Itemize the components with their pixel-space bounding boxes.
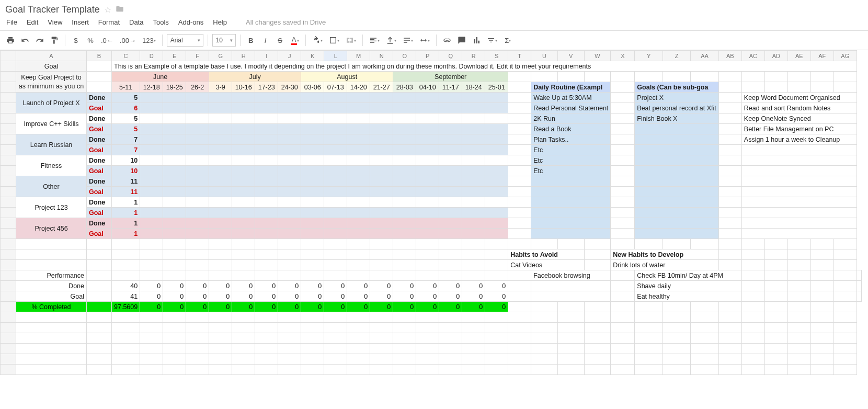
row-value[interactable]: 7 bbox=[112, 145, 140, 155]
side-goal-item[interactable] bbox=[635, 145, 718, 155]
row-value[interactable]: 1 bbox=[112, 208, 140, 218]
month-june[interactable]: June bbox=[112, 72, 209, 82]
row-label[interactable]: Done bbox=[87, 197, 112, 208]
row-value[interactable]: 6 bbox=[112, 103, 140, 113]
row-label[interactable]: Done bbox=[87, 155, 112, 166]
routine-item[interactable]: Etc bbox=[531, 145, 611, 155]
goal-name[interactable]: Other bbox=[16, 176, 87, 197]
merge-cells-icon[interactable] bbox=[344, 33, 358, 48]
month-july[interactable]: July bbox=[209, 72, 301, 82]
col-header-Q[interactable]: Q bbox=[439, 51, 462, 61]
org-item[interactable] bbox=[741, 166, 856, 176]
week-11-17[interactable]: 11-17 bbox=[439, 82, 462, 93]
org-item[interactable]: Better File Management on PC bbox=[741, 124, 856, 134]
percent-completed-label[interactable]: % Completed bbox=[16, 302, 87, 312]
col-header-K[interactable]: K bbox=[301, 51, 324, 61]
routine-item[interactable]: Read Personal Statement bbox=[531, 103, 611, 113]
row-label[interactable]: Goal bbox=[87, 208, 112, 218]
side-goal-item[interactable]: Project X bbox=[635, 93, 718, 103]
row-value[interactable]: 1 bbox=[112, 229, 140, 239]
org-item[interactable] bbox=[741, 218, 856, 229]
week-5-11[interactable]: 5-11 bbox=[112, 82, 140, 93]
habit-new-item[interactable]: Shave daily bbox=[635, 281, 741, 291]
routine-item[interactable] bbox=[531, 176, 611, 187]
row-value[interactable]: 11 bbox=[112, 176, 140, 187]
week-28-03[interactable]: 28-03 bbox=[393, 82, 416, 93]
col-header-AG[interactable]: AG bbox=[833, 51, 856, 61]
side-goal-item[interactable] bbox=[635, 176, 718, 187]
month-august[interactable]: August bbox=[301, 72, 393, 82]
col-header-C[interactable]: C bbox=[112, 51, 140, 61]
text-color-icon[interactable]: A bbox=[289, 33, 302, 48]
routine-item[interactable]: Plan Tasks.. bbox=[531, 134, 611, 145]
col-header-O[interactable]: O bbox=[393, 51, 416, 61]
goal-subtitle[interactable]: Keep Goal Project to as minimum as you c… bbox=[16, 72, 87, 93]
row-label[interactable]: Goal bbox=[87, 166, 112, 176]
menu-add-ons[interactable]: Add-ons bbox=[178, 18, 203, 26]
paint-format-icon[interactable] bbox=[48, 33, 61, 48]
goal-name[interactable]: Launch of Project X bbox=[16, 93, 87, 113]
star-icon[interactable]: ☆ bbox=[104, 5, 111, 15]
menu-insert[interactable]: Insert bbox=[72, 18, 89, 26]
col-header-B[interactable]: B bbox=[87, 51, 112, 61]
col-header-M[interactable]: M bbox=[347, 51, 370, 61]
col-header-L[interactable]: L bbox=[324, 51, 347, 61]
habit-new-item[interactable]: Eat healthy bbox=[635, 291, 741, 302]
daily-routine-header[interactable]: Daily Routine (Exampl bbox=[531, 82, 611, 93]
routine-item[interactable] bbox=[531, 197, 611, 208]
italic-icon[interactable]: I bbox=[259, 33, 272, 48]
org-item[interactable] bbox=[741, 208, 856, 218]
col-header-V[interactable]: V bbox=[557, 51, 584, 61]
row-label[interactable]: Done bbox=[87, 93, 112, 103]
col-header-S[interactable]: S bbox=[485, 51, 508, 61]
habit-new-item[interactable]: Drink lots of water bbox=[611, 260, 718, 270]
col-header-X[interactable]: X bbox=[611, 51, 635, 61]
side-goal-item[interactable] bbox=[635, 218, 718, 229]
row-value[interactable]: 5 bbox=[112, 124, 140, 134]
side-goal-item[interactable]: Finish Book X bbox=[635, 113, 718, 124]
menu-help[interactable]: Help bbox=[213, 18, 227, 26]
borders-icon[interactable] bbox=[327, 33, 341, 48]
week-14-20[interactable]: 14-20 bbox=[347, 82, 370, 93]
routine-item[interactable] bbox=[531, 218, 611, 229]
row-label[interactable]: Goal bbox=[87, 103, 112, 113]
week-12-18[interactable]: 12-18 bbox=[140, 82, 163, 93]
performance-label[interactable]: Performance bbox=[16, 270, 87, 281]
org-item[interactable]: Keep Word Document Organised bbox=[741, 93, 856, 103]
week-25-01[interactable]: 25-01 bbox=[485, 82, 508, 93]
row-label[interactable]: Done bbox=[87, 218, 112, 229]
menu-data[interactable]: Data bbox=[129, 18, 143, 26]
routine-item[interactable] bbox=[531, 208, 611, 218]
col-header-AF[interactable]: AF bbox=[810, 51, 833, 61]
week-04-10[interactable]: 04-10 bbox=[416, 82, 439, 93]
row-value[interactable]: 10 bbox=[112, 155, 140, 166]
week-17-23[interactable]: 17-23 bbox=[255, 82, 278, 93]
routine-item[interactable] bbox=[531, 229, 611, 239]
description-text[interactable]: This is an Example of a template base I … bbox=[112, 61, 857, 72]
col-header-D[interactable]: D bbox=[140, 51, 163, 61]
format-percent-icon[interactable]: % bbox=[84, 33, 97, 48]
col-header-W[interactable]: W bbox=[584, 51, 611, 61]
menu-view[interactable]: View bbox=[48, 18, 62, 26]
week-19-25[interactable]: 19-25 bbox=[163, 82, 186, 93]
redo-icon[interactable] bbox=[33, 33, 46, 48]
org-item[interactable] bbox=[741, 176, 856, 187]
week-10-16[interactable]: 10-16 bbox=[232, 82, 255, 93]
goal-name[interactable]: Learn Russian bbox=[16, 134, 87, 155]
more-formats-dropdown[interactable]: 123 bbox=[140, 33, 158, 48]
row-label[interactable]: Done bbox=[87, 176, 112, 187]
undo-icon[interactable] bbox=[19, 33, 31, 48]
goal-name[interactable]: Improve C++ Skills bbox=[16, 113, 87, 134]
perf-goal-label[interactable]: Goal bbox=[16, 291, 87, 302]
routine-item[interactable]: Read a Book bbox=[531, 124, 611, 134]
increase-decimal-icon[interactable]: .00→ bbox=[118, 33, 138, 48]
org-item[interactable]: Assign 1 hour a week to Cleanup bbox=[741, 134, 856, 145]
menu-file[interactable]: File bbox=[6, 18, 17, 26]
habits-avoid-header[interactable]: Habits to Avoid bbox=[508, 249, 584, 260]
format-currency-icon[interactable]: $ bbox=[70, 33, 82, 48]
row-value[interactable]: 1 bbox=[112, 218, 140, 229]
side-goal-item[interactable] bbox=[635, 134, 718, 145]
week-3-9[interactable]: 3-9 bbox=[209, 82, 232, 93]
routine-item[interactable]: 2K Run bbox=[531, 113, 611, 124]
col-header-T[interactable]: T bbox=[508, 51, 531, 61]
